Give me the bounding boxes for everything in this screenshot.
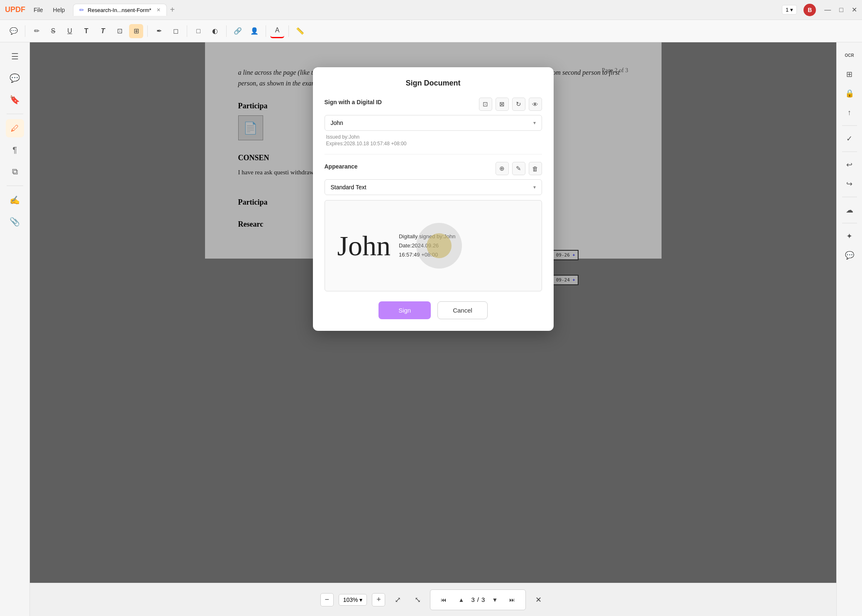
right-compress-icon[interactable]: ⊞ bbox=[842, 66, 857, 82]
appearance-dropdown[interactable]: Standard Text ▾ bbox=[325, 179, 542, 195]
right-share-icon[interactable]: ✦ bbox=[842, 228, 857, 244]
page-input-group: ⏮ ▲ 3 / 3 ▼ ⏭ bbox=[430, 589, 526, 610]
bottom-bar: − 103% ▾ + ⤢ ⤡ ⏮ ▲ 3 / 3 ▼ ⏭ ✕ bbox=[30, 583, 836, 616]
measure-button[interactable]: 📏 bbox=[293, 24, 307, 38]
appearance-icon-group: ⊕ ✎ 🗑 bbox=[496, 162, 542, 175]
sidebar-pages-icon[interactable]: ☰ bbox=[6, 47, 24, 66]
sidebar-signature-icon[interactable]: ✍ bbox=[6, 191, 24, 209]
sidebar-bookmarks-icon[interactable]: 🔖 bbox=[6, 90, 24, 109]
close-bar-button[interactable]: ✕ bbox=[531, 592, 546, 607]
active-tab[interactable]: ✏ Research-In...nsent-Form* ✕ bbox=[73, 4, 166, 16]
right-redo-icon[interactable]: ↪ bbox=[842, 176, 857, 192]
sig-circle-decoration bbox=[416, 223, 462, 269]
toolbar-sep-2 bbox=[147, 25, 148, 37]
comment-button[interactable]: 💬 bbox=[7, 24, 21, 38]
right-divider-1 bbox=[842, 125, 857, 126]
appearance-header: Appearance ⊕ ✎ 🗑 bbox=[325, 162, 542, 175]
page-nav-value: 1 bbox=[786, 7, 789, 13]
sidebar-divider-2 bbox=[7, 186, 23, 186]
menu-file[interactable]: File bbox=[34, 7, 43, 13]
main-toolbar: 💬 ✏ S U T T ⊡ ⊞ ✒ ◻ □ ◐ 🔗 👤 A 📏 bbox=[0, 20, 862, 42]
page-nav-arrow[interactable]: ▾ bbox=[790, 7, 793, 13]
right-protect-icon[interactable]: 🔒 bbox=[842, 86, 857, 101]
text-style-button[interactable]: T bbox=[96, 24, 110, 38]
text-type-button[interactable]: T bbox=[79, 24, 93, 38]
app-logo: UPDF bbox=[5, 5, 25, 14]
expires-label: Expires:2028.10.18 10:57:48 +08:00 bbox=[325, 141, 542, 147]
user-avatar[interactable]: B bbox=[803, 4, 816, 16]
page-nav[interactable]: 1 ▾ bbox=[782, 5, 797, 15]
minimize-button[interactable]: — bbox=[824, 6, 831, 14]
cancel-button[interactable]: Cancel bbox=[437, 301, 488, 319]
zoom-percentage: 103% bbox=[343, 596, 358, 603]
text-box-button[interactable]: ⊡ bbox=[112, 24, 127, 38]
eraser-button[interactable]: ◻ bbox=[168, 24, 183, 38]
digital-id-refresh-icon[interactable]: ↻ bbox=[512, 98, 525, 111]
page-current: 3 bbox=[471, 596, 474, 603]
maximize-button[interactable]: □ bbox=[839, 6, 843, 14]
right-undo-icon[interactable]: ↩ bbox=[842, 157, 857, 173]
person-button[interactable]: 👤 bbox=[247, 24, 261, 38]
zoom-dropdown-arrow: ▾ bbox=[359, 596, 362, 603]
digital-id-export-icon[interactable]: ⊠ bbox=[496, 98, 509, 111]
strikethrough-button[interactable]: S bbox=[46, 24, 60, 38]
new-tab-button[interactable]: + bbox=[170, 5, 175, 15]
appearance-label: Appearance bbox=[325, 163, 358, 170]
sidebar-highlight-icon[interactable]: 🖊 bbox=[6, 119, 24, 137]
underline-button[interactable]: U bbox=[63, 24, 77, 38]
right-sidebar: OCR ⊞ 🔒 ↑ ✓ ↩ ↪ ☁ ✦ 💬 bbox=[836, 42, 862, 616]
digital-id-value: John bbox=[331, 120, 343, 126]
text-wrap-button[interactable]: ⊞ bbox=[129, 24, 143, 38]
right-divider-2 bbox=[842, 152, 857, 152]
shape-button[interactable]: □ bbox=[191, 24, 205, 38]
right-form-icon[interactable]: ✓ bbox=[842, 131, 857, 147]
sidebar-layers-icon[interactable]: ⧉ bbox=[6, 162, 24, 181]
tab-close-button[interactable]: ✕ bbox=[156, 7, 161, 13]
link-button[interactable]: 🔗 bbox=[231, 24, 245, 38]
sig-circle-inner bbox=[427, 233, 452, 258]
toolbar-sep-6 bbox=[288, 25, 289, 37]
modal-overlay: Sign Document Sign with a Digital ID ⊡ ⊠… bbox=[30, 42, 836, 583]
appearance-delete-icon[interactable]: 🗑 bbox=[529, 162, 542, 175]
first-page-button[interactable]: ⏮ bbox=[436, 592, 451, 607]
appearance-edit-icon[interactable]: ✎ bbox=[512, 162, 525, 175]
appearance-add-icon[interactable]: ⊕ bbox=[496, 162, 509, 175]
digital-id-label: Sign with a Digital ID bbox=[325, 99, 382, 105]
digital-id-view-icon[interactable]: 👁 bbox=[529, 98, 542, 111]
next-page-button[interactable]: ▼ bbox=[487, 592, 502, 607]
zoom-plus-button[interactable]: + bbox=[372, 593, 385, 606]
right-save-cloud-icon[interactable]: ☁ bbox=[842, 202, 857, 218]
modal-divider-1 bbox=[325, 154, 542, 154]
menu-help[interactable]: Help bbox=[53, 7, 65, 13]
sidebar-comments-icon[interactable]: 💬 bbox=[6, 69, 24, 87]
last-page-button[interactable]: ⏭ bbox=[505, 592, 520, 607]
right-chat-icon[interactable]: 💬 bbox=[842, 247, 857, 263]
sidebar-attachments-icon[interactable]: 📎 bbox=[6, 213, 24, 231]
digital-id-dropdown[interactable]: John ▾ bbox=[325, 115, 542, 131]
right-export-icon[interactable]: ↑ bbox=[842, 105, 857, 120]
fit-width-button[interactable]: ⤢ bbox=[390, 592, 405, 607]
color-fill-button[interactable]: ◐ bbox=[208, 24, 222, 38]
right-ocr-icon[interactable]: OCR bbox=[842, 47, 857, 63]
title-bar-right: 1 ▾ B — □ ✕ bbox=[782, 4, 857, 16]
sidebar-text-icon[interactable]: ¶ bbox=[6, 141, 24, 159]
signature-preview: John Digitally signed by:John Date:2024.… bbox=[325, 200, 542, 291]
title-bar: UPDF File Help ✏ Research-In...nsent-For… bbox=[0, 0, 862, 20]
sidebar-divider-1 bbox=[7, 114, 23, 114]
fit-page-button[interactable]: ⤡ bbox=[410, 592, 425, 607]
digital-id-add-icon[interactable]: ⊡ bbox=[479, 98, 492, 111]
font-color-button[interactable]: A bbox=[270, 24, 284, 38]
toolbar-sep-5 bbox=[266, 25, 266, 37]
highlight-button[interactable]: ✏ bbox=[29, 24, 44, 38]
issued-by-label: Issued by:John bbox=[325, 134, 542, 140]
prev-page-button[interactable]: ▲ bbox=[454, 592, 469, 607]
tab-icon: ✏ bbox=[79, 7, 84, 13]
left-sidebar: ☰ 💬 🔖 🖊 ¶ ⧉ ✍ 📎 bbox=[0, 42, 30, 616]
sign-button[interactable]: Sign bbox=[378, 301, 431, 319]
zoom-minus-button[interactable]: − bbox=[320, 593, 334, 606]
toolbar-sep-3 bbox=[187, 25, 187, 37]
close-button[interactable]: ✕ bbox=[852, 6, 857, 14]
pen-button[interactable]: ✒ bbox=[152, 24, 166, 38]
modal-title: Sign Document bbox=[325, 79, 542, 88]
zoom-value-display[interactable]: 103% ▾ bbox=[339, 594, 367, 606]
